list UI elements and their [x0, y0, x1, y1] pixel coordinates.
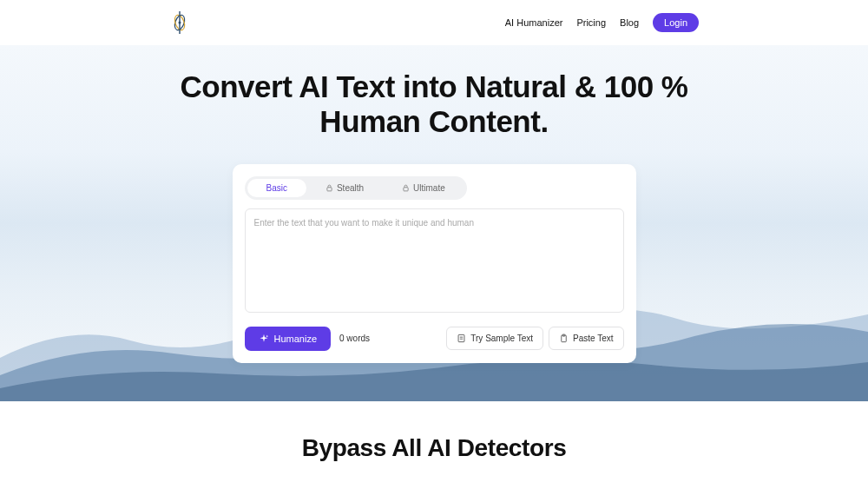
document-icon [457, 334, 466, 343]
lock-icon [326, 184, 333, 192]
header: AI Humanizer Pricing Blog Login [0, 0, 868, 45]
svg-point-3 [179, 22, 181, 24]
humanize-button[interactable]: Humanize [245, 327, 332, 351]
hero-title: Convert AI Text into Natural & 100 % Hum… [181, 69, 688, 140]
nav-blog[interactable]: Blog [620, 17, 639, 28]
actions-bar: Humanize 0 words Try Sample Text [245, 327, 624, 351]
paste-text-button[interactable]: Paste Text [549, 327, 624, 350]
nav-pricing[interactable]: Pricing [576, 17, 606, 28]
text-input[interactable] [245, 208, 624, 313]
tab-stealth[interactable]: Stealth [306, 179, 383, 197]
actions-right: Try Sample Text Paste Text [446, 327, 623, 350]
hero-section: Convert AI Text into Natural & 100 % Hum… [0, 45, 868, 401]
word-count: 0 words [339, 334, 370, 343]
tab-ultimate[interactable]: Ultimate [383, 179, 464, 197]
nav-humanizer[interactable]: AI Humanizer [505, 17, 563, 28]
detectors-title: Bypass All AI Detectors [0, 434, 868, 462]
svg-rect-6 [458, 334, 464, 341]
tool-card: Basic Stealth Ultimate [233, 164, 636, 363]
nav: AI Humanizer Pricing Blog Login [505, 13, 699, 32]
clipboard-icon [559, 334, 569, 343]
detectors-section: Bypass All AI Detectors [0, 401, 868, 462]
tab-basic[interactable]: Basic [247, 179, 306, 197]
svg-rect-4 [327, 187, 332, 190]
mode-tabs: Basic Stealth Ultimate [245, 176, 467, 200]
sparkle-icon [259, 334, 269, 344]
svg-rect-5 [404, 187, 408, 190]
actions-left: Humanize 0 words [245, 327, 371, 351]
logo[interactable] [169, 10, 190, 36]
sample-text-button[interactable]: Try Sample Text [446, 327, 543, 350]
lock-icon [402, 184, 410, 192]
login-button[interactable]: Login [653, 13, 699, 32]
